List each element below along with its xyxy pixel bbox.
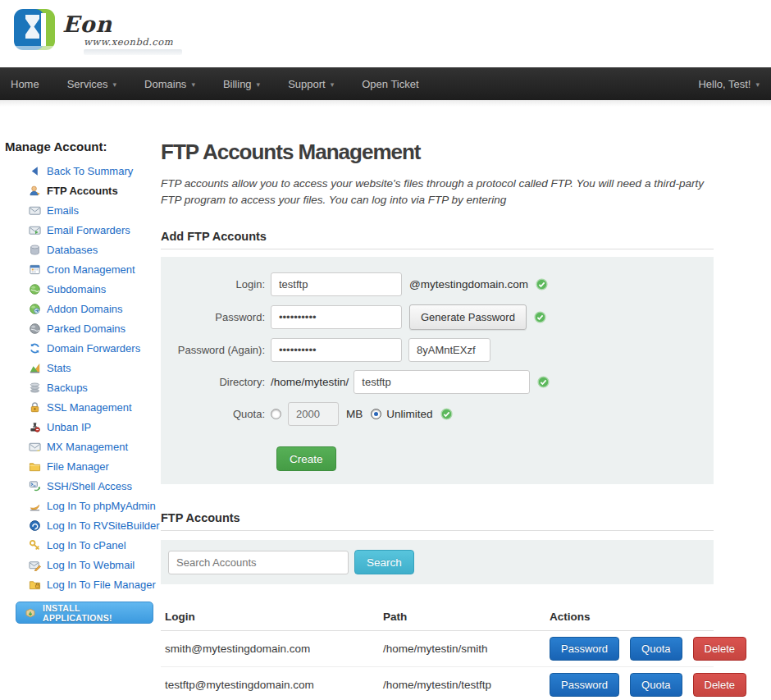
create-button[interactable]: Create	[276, 446, 336, 471]
quota-mb-input[interactable]	[288, 402, 339, 426]
nav-shadow-strip	[0, 100, 771, 107]
generate-password-button[interactable]: Generate Password	[409, 304, 527, 330]
login-label: Login:	[161, 278, 271, 291]
chevron-down-icon: ▾	[191, 80, 195, 89]
logo-name: Eon	[62, 11, 112, 37]
password-again-label: Password (Again):	[161, 344, 271, 356]
page-header: Eon www.xeonbd.com	[0, 0, 771, 67]
install-applications-button[interactable]: INSTALL APPLICATIONS!	[16, 602, 153, 624]
back-arrow-icon	[29, 165, 41, 177]
cron-calendar-icon	[29, 263, 41, 276]
site-logo[interactable]: Eon www.xeonbd.com	[11, 7, 182, 57]
valid-check-icon	[534, 311, 546, 323]
sidebar-item-backups[interactable]: Backups	[5, 377, 161, 397]
sidebar-item-emails[interactable]: Emails	[5, 200, 161, 220]
password-button[interactable]: Password	[550, 637, 619, 661]
ftp-accounts-heading: FTP Accounts	[161, 511, 714, 531]
login-input[interactable]	[271, 272, 402, 296]
disk-stack-icon	[29, 382, 41, 394]
sidebar-item-addon-domains[interactable]: Addon Domains	[5, 299, 161, 318]
stats-chart-icon	[29, 362, 41, 374]
password-label: Password:	[161, 311, 271, 323]
nav-item-services[interactable]: Services▾	[53, 68, 130, 101]
directory-input[interactable]	[354, 370, 530, 394]
nav-item-support[interactable]: Support▾	[274, 68, 348, 101]
nav-item-billing[interactable]: Billing▾	[209, 68, 274, 101]
quota-unlimited-radio[interactable]	[371, 409, 381, 419]
folder-lock-icon	[29, 579, 41, 591]
refresh-arrows-icon	[29, 342, 41, 355]
password-again-input[interactable]	[271, 338, 402, 362]
sidebar-item-email-forwarders[interactable]: Email Forwarders	[5, 220, 161, 240]
add-ftp-heading: Add FTP Accounts	[161, 230, 714, 249]
sidebar-item-ssh-shell-access[interactable]: SSH/Shell Access	[5, 476, 161, 496]
sidebar-item-login-rvsitebuilder[interactable]: Log In To RVSiteBuilder	[5, 515, 161, 535]
search-button[interactable]: Search	[354, 550, 414, 574]
valid-check-icon	[440, 408, 453, 420]
valid-check-icon	[537, 376, 550, 388]
nav-item-domains[interactable]: Domains▾	[130, 68, 209, 101]
webmail-pencil-icon	[29, 559, 41, 571]
quota-button[interactable]: Quota	[630, 637, 682, 661]
sidebar-item-subdomains[interactable]: Subdomains	[5, 279, 161, 299]
sidebar-item-login-cpanel[interactable]: Log In To cPanel	[5, 535, 161, 555]
sidebar-item-login-file-manager[interactable]: Log In To File Manager	[5, 574, 161, 594]
sidebar-item-unban-ip[interactable]: Unban IP	[5, 417, 161, 437]
nav-item-home[interactable]: Home	[0, 68, 53, 101]
unban-stamp-icon	[29, 421, 41, 433]
email-forward-icon	[29, 224, 41, 236]
sidebar-item-login-webmail[interactable]: Log In To Webmail	[5, 555, 161, 574]
sidebar-item-parked-domains[interactable]: Parked Domains	[5, 318, 161, 338]
account-sidebar: Manage Account: Back To Summary FTP Acco…	[0, 140, 161, 700]
search-input[interactable]	[168, 551, 349, 574]
ssl-lock-icon	[29, 401, 41, 414]
add-ftp-form: Login: @mytestingdomain.com Password: Ge…	[161, 257, 714, 484]
sidebar-item-file-manager[interactable]: File Manager	[5, 456, 161, 476]
sidebar-item-ssl-management[interactable]: SSL Management	[5, 397, 161, 417]
generated-password-box[interactable]	[408, 338, 490, 362]
password-input[interactable]	[271, 305, 402, 329]
delete-button[interactable]: Delete	[693, 637, 747, 661]
user-menu[interactable]: Hello, Test!▾	[687, 68, 771, 101]
package-icon	[24, 606, 37, 620]
quota-limited-radio[interactable]	[271, 409, 281, 419]
globe-addon-icon	[29, 303, 41, 315]
logo-watermark	[84, 49, 182, 55]
account-path: /home/mytestin/smith	[383, 643, 550, 655]
phpmyadmin-sail-icon	[29, 500, 41, 512]
sidebar-item-login-phpmyadmin[interactable]: Log In To phpMyAdmin	[5, 496, 161, 515]
sidebar-heading: Manage Account:	[5, 140, 161, 153]
ssh-terminal-icon	[29, 480, 41, 492]
table-row: testftp@mytestingdomain.com /home/mytest…	[161, 667, 714, 700]
sidebar-item-databases[interactable]: Databases	[5, 240, 161, 259]
globe-green-icon	[29, 283, 41, 295]
nav-item-open-ticket[interactable]: Open Ticket	[348, 68, 432, 101]
sidebar-item-cron-management[interactable]: Cron Management	[5, 259, 161, 279]
chevron-down-icon: ▾	[331, 80, 335, 89]
login-domain-suffix: @mytestingdomain.com	[409, 278, 528, 291]
sidebar-item-domain-forwarders[interactable]: Domain Forwarders	[5, 338, 161, 358]
column-header-path: Path	[383, 611, 550, 623]
quota-label: Quota:	[161, 408, 271, 420]
account-path: /home/mytestin/testftp	[383, 679, 550, 691]
chevron-down-icon: ▾	[755, 80, 760, 89]
database-icon	[29, 244, 41, 256]
page-title: FTP Accounts Management	[161, 140, 714, 165]
email-envelope-icon	[29, 204, 41, 217]
column-header-actions: Actions	[550, 611, 714, 623]
chevron-down-icon: ▾	[113, 80, 117, 89]
sidebar-item-mx-management[interactable]: MX Management	[5, 437, 161, 456]
sidebar-item-back-to-summary[interactable]: Back To Summary	[5, 161, 161, 181]
eon-logo-icon	[11, 7, 57, 57]
chevron-down-icon: ▾	[257, 80, 261, 89]
column-header-login: Login	[165, 611, 383, 623]
sidebar-item-ftp-accounts[interactable]: FTP Accounts	[5, 181, 161, 200]
rvsitebuilder-circle-icon	[29, 519, 41, 532]
password-button[interactable]: Password	[550, 673, 619, 697]
quota-unit-label: MB	[346, 408, 363, 420]
delete-button[interactable]: Delete	[693, 673, 747, 697]
main-navbar: Home Services▾ Domains▾ Billing▾ Support…	[0, 67, 771, 100]
mx-envelope-icon	[29, 441, 41, 453]
quota-button[interactable]: Quota	[630, 673, 682, 697]
sidebar-item-stats[interactable]: Stats	[5, 358, 161, 377]
